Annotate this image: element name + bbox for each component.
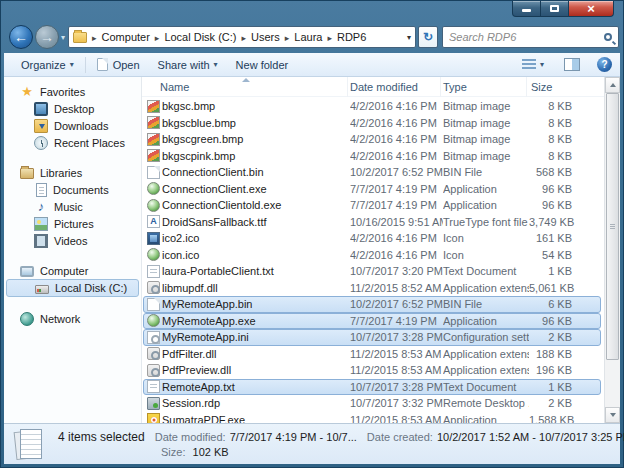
file-date-modified: 7/7/2017 4:19 PM: [350, 315, 443, 327]
column-header-size[interactable]: Size: [527, 77, 604, 97]
file-size: 1 KB: [529, 265, 600, 277]
file-type: Remote Desktop ...: [443, 397, 529, 409]
share-with-button[interactable]: Share with ▾: [149, 54, 227, 76]
back-icon: ←: [14, 26, 28, 48]
sidebar-item-desktop[interactable]: Desktop: [4, 100, 141, 117]
file-row[interactable]: bkgscblue.bmp4/2/2016 4:16 PMBitmap imag…: [143, 115, 601, 132]
scroll-up-button[interactable]: [605, 77, 620, 93]
sidebar-section-favorites[interactable]: Favorites: [4, 83, 141, 100]
sidebar-item-music[interactable]: Music: [4, 198, 141, 215]
file-row[interactable]: PdfFilter.dll11/2/2015 8:53 AMApplicatio…: [143, 346, 601, 363]
vertical-scrollbar[interactable]: [604, 77, 620, 423]
maximize-button[interactable]: [541, 1, 569, 17]
file-row[interactable]: MyRemoteApp.bin10/2/2017 6:52 PMBIN File…: [143, 296, 601, 313]
sidebar-item-videos[interactable]: Videos: [4, 232, 141, 249]
file-row[interactable]: bkgsc.bmp4/2/2016 4:16 PMBitmap image8 K…: [143, 98, 601, 115]
breadcrumb-segment[interactable]: RDP6: [337, 31, 366, 43]
change-view-button[interactable]: ▾: [513, 54, 553, 76]
file-row[interactable]: PdfPreview.dll11/2/2015 8:53 AMApplicati…: [143, 362, 601, 379]
file-date-modified: 4/2/2016 4:16 PM: [350, 150, 443, 162]
back-button[interactable]: ←: [9, 25, 33, 49]
scrollbar-track[interactable]: [605, 93, 620, 407]
sidebar-section-computer[interactable]: Computer: [4, 262, 141, 279]
multiple-documents-icon: [14, 428, 44, 460]
column-header-type[interactable]: Type: [441, 77, 527, 97]
file-date-modified: 4/2/2016 4:16 PM: [350, 249, 443, 261]
sidebar-item-label: Music: [54, 201, 83, 213]
breadcrumb-segment[interactable]: Local Disk (C:): [164, 31, 236, 43]
file-row[interactable]: bkgscpink.bmp4/2/2016 4:16 PMBitmap imag…: [143, 148, 601, 165]
help-button[interactable]: ?: [597, 57, 612, 72]
file-name: ConnectionClientold.exe: [162, 199, 350, 211]
open-button[interactable]: Open: [88, 54, 149, 76]
file-row[interactable]: ico2.ico4/2/2016 4:16 PMIcon161 KB: [143, 230, 601, 247]
column-header-date-modified[interactable]: Date modified: [348, 77, 441, 97]
sidebar-item-label: Desktop: [54, 103, 94, 115]
file-type: Bitmap image: [443, 117, 529, 129]
icon-file-icon: [147, 248, 160, 261]
file-row[interactable]: ConnectionClient.bin10/2/2017 6:52 PMBIN…: [143, 164, 601, 181]
file-type: Bitmap image: [443, 133, 529, 145]
search-input[interactable]: [449, 31, 604, 43]
libraries-icon: [20, 168, 34, 179]
downloads-icon: [34, 119, 48, 133]
sidebar-item-pictures[interactable]: Pictures: [4, 215, 141, 232]
address-dropdown-icon[interactable]: ▾: [403, 33, 411, 42]
file-date-modified: 7/7/2017 4:19 PM: [350, 183, 443, 195]
sidebar-section-libraries[interactable]: Libraries: [4, 164, 141, 181]
breadcrumb-segment[interactable]: Laura: [294, 31, 322, 43]
file-row[interactable]: laura-PortableClient.txt10/7/2017 3:20 P…: [143, 263, 601, 280]
file-row[interactable]: DroidSansFallback.ttf10/16/2015 9:51 AMT…: [143, 214, 601, 231]
breadcrumb-segment[interactable]: Computer: [102, 31, 150, 43]
file-row[interactable]: libmupdf.dll11/2/2015 8:52 AMApplication…: [143, 280, 601, 297]
file-type: Bitmap image: [443, 150, 529, 162]
file-date-modified: 4/2/2016 4:16 PM: [350, 133, 443, 145]
scrollbar-thumb[interactable]: [606, 93, 619, 360]
refresh-button[interactable]: ↻: [418, 26, 438, 48]
file-row[interactable]: ConnectionClient.exe7/7/2017 4:19 PMAppl…: [143, 181, 601, 198]
address-row: ← → ▾ ▸Computer▸Local Disk (C:)▸Users▸La…: [5, 22, 619, 52]
file-size: 5,061 KB: [529, 282, 600, 294]
minimize-button[interactable]: [512, 1, 541, 17]
navigation-pane: FavoritesDesktopDownloadsRecent PlacesLi…: [4, 77, 142, 423]
file-row[interactable]: MyRemoteApp.exe7/7/2017 4:19 PMApplicati…: [143, 313, 601, 330]
file-type: Application extens...: [443, 282, 529, 294]
file-row[interactable]: SumatraPDF.exe11/2/2015 8:53 AMApplicati…: [143, 412, 601, 424]
file-row[interactable]: bkgscgreen.bmp4/2/2016 4:16 PMBitmap ima…: [143, 131, 601, 148]
file-name: DroidSansFallback.ttf: [162, 216, 350, 228]
breadcrumb-segment[interactable]: Users: [251, 31, 280, 43]
sidebar-item-local-disk-c-[interactable]: Local Disk (C:): [6, 279, 139, 297]
bitmap-image-icon: [147, 100, 160, 113]
search-box[interactable]: [442, 26, 619, 48]
main-area: FavoritesDesktopDownloadsRecent PlacesLi…: [4, 77, 620, 423]
file-row[interactable]: icon.ico4/2/2016 4:16 PMIcon54 KB: [143, 247, 601, 264]
preview-pane-button[interactable]: [553, 54, 591, 76]
file-type: Application: [443, 315, 529, 327]
maximize-icon: [550, 5, 559, 12]
address-bar[interactable]: ▸Computer▸Local Disk (C:)▸Users▸Laura▸RD…: [68, 26, 416, 48]
file-row[interactable]: ConnectionClientold.exe7/7/2017 4:19 PMA…: [143, 197, 601, 214]
forward-button[interactable]: →: [35, 25, 59, 49]
file-date-modified: 10/7/2017 3:20 PM: [350, 265, 443, 277]
sidebar-item-recent-places[interactable]: Recent Places: [4, 134, 141, 151]
organize-button[interactable]: Organize ▾: [12, 54, 83, 76]
file-name: PdfPreview.dll: [162, 364, 350, 376]
list-view-icon: [522, 59, 536, 71]
sort-ascending-icon: [242, 78, 250, 82]
minimize-icon: [522, 9, 531, 12]
recent-pages-dropdown[interactable]: ▾: [61, 33, 65, 42]
size-value: 102 KB: [193, 446, 229, 458]
sidebar-section-label: Computer: [40, 265, 88, 277]
file-size: 1 KB: [529, 381, 600, 393]
file-date-modified: 10/7/2017 3:28 PM: [350, 381, 443, 393]
close-button[interactable]: ×: [569, 1, 614, 17]
scroll-down-button[interactable]: [605, 407, 620, 423]
sidebar-item-downloads[interactable]: Downloads: [4, 117, 141, 134]
file-row[interactable]: MyRemoteApp.ini10/7/2017 3:28 PMConfigur…: [143, 329, 601, 346]
sidebar-section-network[interactable]: Network: [4, 310, 141, 327]
new-folder-button[interactable]: New folder: [227, 54, 298, 76]
file-row[interactable]: Session.rdp10/7/2017 3:32 PMRemote Deskt…: [143, 395, 601, 412]
sidebar-item-documents[interactable]: Documents: [4, 181, 141, 198]
file-row[interactable]: RemoteApp.txt10/7/2017 3:28 PMText Docum…: [143, 379, 601, 396]
rdp-file-icon: [147, 397, 160, 410]
